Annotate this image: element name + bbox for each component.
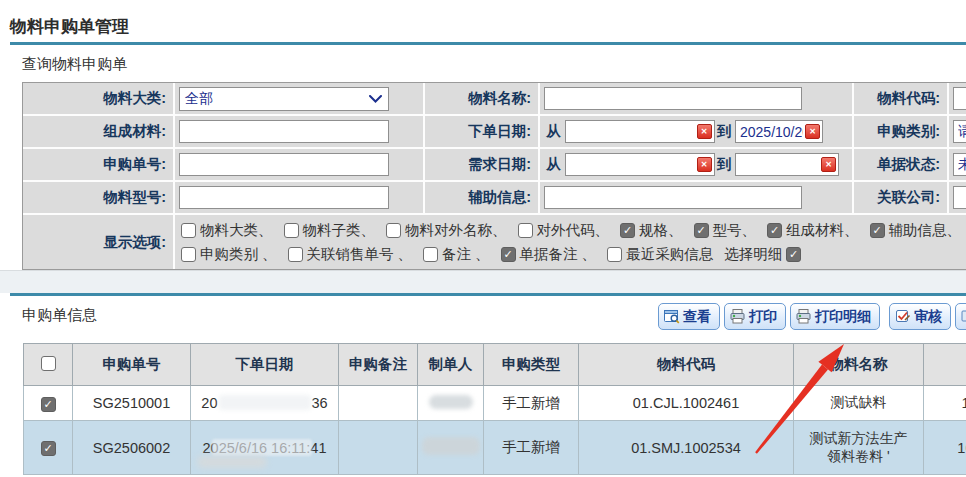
demand-date-cell: 从 ✕ 到 ✕ [540, 149, 852, 180]
checkbox-checked[interactable]: ✓ [501, 247, 516, 262]
checkbox-unchecked[interactable] [181, 223, 196, 238]
display-option-label: 备注 、 [442, 245, 490, 264]
query-panel-title: 查询物料申购单 [10, 45, 966, 82]
display-option: 物料子类、 [284, 221, 376, 240]
view-button[interactable]: 查看 [658, 303, 720, 330]
checkbox-unchecked[interactable] [386, 223, 401, 238]
checkbox-unchecked[interactable] [518, 223, 533, 238]
row-checkbox[interactable]: ✓ [41, 441, 56, 456]
select-all-checkbox[interactable] [41, 356, 56, 371]
display-option-label: 物料大类、 [200, 221, 273, 240]
extra-cell: 1000 [924, 421, 966, 475]
edit-button[interactable]: 编辑 [955, 303, 966, 330]
material-model-label: 物料型号: [23, 182, 173, 213]
display-options-label: 显示选项: [23, 215, 173, 269]
display-option-label: 物料子类、 [303, 221, 376, 240]
doc-status-label: 单据状态: [854, 149, 947, 180]
display-option-label: 型号、 [713, 221, 757, 240]
display-option: 对外代码、 [518, 221, 610, 240]
display-option-label: 物料对外名称、 [405, 221, 507, 240]
material-code-cell: 01.CJL.1002461 [579, 386, 794, 421]
print-icon [730, 309, 746, 324]
date-clear-icon[interactable]: ✕ [805, 124, 820, 139]
order-date-to: ✕ [735, 120, 823, 143]
component-material-input[interactable] [179, 120, 389, 143]
display-option-label: 选择明细 [724, 245, 782, 264]
remark-cell [339, 421, 418, 475]
checkbox-unchecked[interactable] [284, 223, 299, 238]
display-options-line2: 申购类别 、关联销售单号 、备注 、✓单据备注 、最近采购信息选择明细✓ [181, 245, 966, 264]
date-suffix: 36 [312, 395, 328, 411]
to-label: 到 [717, 155, 732, 174]
requisition-type-cell: 手工新增 [484, 421, 579, 475]
checkbox-unchecked[interactable] [607, 247, 622, 262]
print2-button[interactable]: 打印明细 [790, 303, 880, 330]
material-code-label: 物料代码: [854, 83, 947, 114]
checkbox-checked[interactable]: ✓ [870, 223, 885, 238]
column-header: 物料代码 [579, 344, 794, 386]
display-options-line1: 物料大类、物料子类、物料对外名称、对外代码、✓规格、✓型号、✓组成材料、✓辅助信… [181, 221, 966, 240]
page-title: 物料申购单管理 [0, 0, 966, 42]
print-button[interactable]: 打印 [724, 303, 786, 330]
aux-info-input[interactable] [544, 186, 802, 209]
display-option: 备注 、 [423, 245, 490, 264]
requisition-no-cell: SG2510001 [73, 386, 191, 421]
order-date-from-input[interactable] [565, 120, 715, 143]
display-option: ✓单据备注 、 [501, 245, 597, 264]
info-panel: 申购单信息 查看打印打印明细审核编辑 申购单号下单日期申购备注制单人申购类型物料… [10, 293, 966, 466]
requisition-type-cell [949, 116, 966, 147]
audit-button[interactable]: 审核 [889, 303, 951, 330]
checkbox-unchecked[interactable] [288, 247, 303, 262]
table-body: ✓SG25100012036手工新增01.CJL.1002461测试缺料100✓… [24, 386, 966, 475]
chevron-down-icon [369, 95, 382, 103]
related-company-input[interactable] [953, 186, 966, 209]
component-material-label: 组成材料: [23, 116, 173, 147]
display-option: 最近采购信息 [607, 245, 713, 264]
display-option-label: 申购类别 、 [200, 245, 277, 264]
display-option-label: 辅助信息、 [889, 221, 962, 240]
row-checkbox[interactable]: ✓ [41, 397, 56, 412]
column-header: 下单日期 [191, 344, 339, 386]
toolbar: 查看打印打印明细审核编辑 [658, 303, 966, 330]
checkbox-unchecked[interactable] [423, 247, 438, 262]
table-row[interactable]: ✓SG25060022025/6/16 16:11:41手工新增01.SMJ.1… [24, 421, 966, 475]
checkbox-checked[interactable]: ✓ [786, 247, 801, 262]
remark-cell [339, 386, 418, 421]
doc-status-cell [949, 149, 966, 180]
checkbox-checked[interactable]: ✓ [620, 223, 635, 238]
checkbox-checked[interactable]: ✓ [767, 223, 782, 238]
material-model-cell [175, 182, 423, 213]
from-label: 从 [546, 155, 561, 174]
order-date-cell: 从 ✕ 到 ✕ [540, 116, 852, 147]
date-clear-icon[interactable]: ✕ [697, 124, 712, 139]
material-name-cell [540, 83, 852, 114]
material-category-select[interactable]: 全部 [179, 87, 389, 111]
table-header-row: 申购单号下单日期申购备注制单人申购类型物料代码物料名称 [24, 344, 966, 386]
from-label: 从 [546, 122, 561, 141]
display-option: ✓辅助信息、 [870, 221, 962, 240]
demand-date-from-input[interactable] [565, 153, 715, 176]
doc-status-input[interactable] [953, 153, 966, 176]
table-row[interactable]: ✓SG25100012036手工新增01.CJL.1002461测试缺料100 [24, 386, 966, 421]
button-label: 打印明细 [815, 308, 871, 326]
display-option: 物料对外名称、 [386, 221, 507, 240]
material-name-input[interactable] [544, 87, 802, 110]
date-clear-icon[interactable]: ✕ [697, 157, 712, 172]
display-option-label: 组成材料、 [786, 221, 859, 240]
requisition-type-input[interactable] [953, 120, 966, 143]
display-option: 物料大类、 [181, 221, 273, 240]
redaction-blur [429, 395, 473, 409]
material-code-input[interactable] [953, 87, 966, 110]
checkbox-checked[interactable]: ✓ [694, 223, 709, 238]
requisition-type-cell: 手工新增 [484, 386, 579, 421]
column-header: 申购单号 [73, 344, 191, 386]
display-option-label: 规格、 [639, 221, 683, 240]
date-text: 2025/6/16 16:11:41 [203, 440, 327, 456]
maker-cell [418, 386, 484, 421]
query-form: 物料大类: 全部 物料名称: 物料代码: 组成材料: 下单日期: 从 [22, 82, 966, 270]
display-option: 关联销售单号 、 [288, 245, 413, 264]
date-clear-icon[interactable]: ✕ [821, 157, 836, 172]
checkbox-unchecked[interactable] [181, 247, 196, 262]
material-model-input[interactable] [179, 186, 389, 209]
requisition-no-input[interactable] [179, 153, 389, 176]
